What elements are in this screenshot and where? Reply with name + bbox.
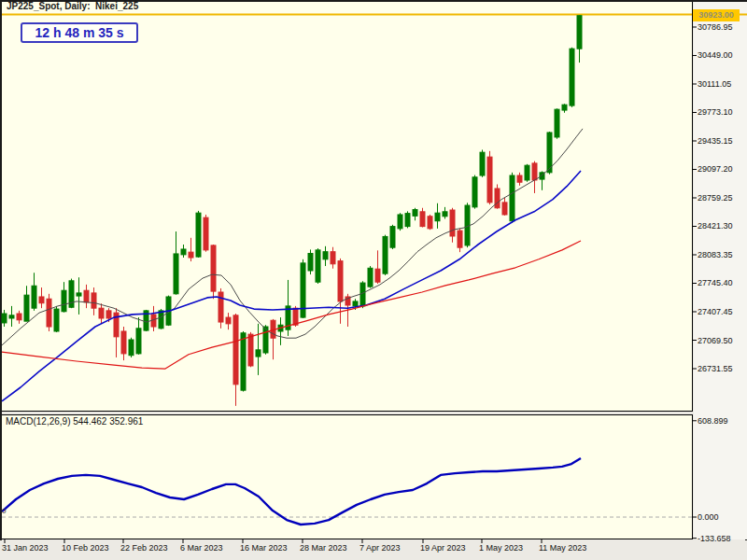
price-tick-label: 30786.95: [698, 22, 733, 32]
time-tick-label: 28 Mar 2023: [300, 543, 347, 553]
price-tick-label: 27069.50: [698, 336, 733, 345]
time-tick-label: 11 May 2023: [539, 543, 586, 553]
price-tick-label: 27745.40: [698, 278, 733, 287]
price-tick-label: 29773.10: [698, 107, 733, 117]
macd-indicator-area[interactable]: [2, 414, 693, 539]
macd-indicator-label: MACD(12,26,9) 544.462 352.961: [6, 416, 143, 427]
main-chart-area[interactable]: [2, 2, 693, 412]
macd-zero-marker: 0: [2, 507, 6, 515]
time-tick-label: 10 Feb 2023: [62, 543, 109, 553]
price-tick-label: 30449.00: [698, 50, 733, 60]
time-tick-label: 31 Jan 2023: [2, 543, 49, 553]
time-tick-label: 19 Apr 2023: [420, 543, 466, 553]
current-price-tag: 30923.00: [693, 9, 740, 21]
candle-countdown-timer: 12 h 48 m 35 s: [21, 22, 138, 43]
timer-text: 12 h 48 m 35 s: [35, 25, 124, 40]
price-tick-label: 30111.05: [698, 79, 731, 89]
macd-tick-label: -133.658: [698, 534, 731, 543]
price-tick-label: 28083.35: [698, 250, 733, 259]
price-tick-label: 27407.45: [698, 307, 733, 316]
price-tick-label: 28421.30: [698, 221, 733, 231]
time-tick-label: 7 Apr 2023: [359, 543, 401, 553]
macd-tick-label: 0.000: [698, 512, 719, 522]
price-tick-label: 26731.55: [698, 364, 733, 373]
chart-window: JP225_Spot, Daily: Nikei_225 12 h 48 m 3…: [0, 0, 747, 560]
time-tick-label: 6 Mar 2023: [180, 543, 223, 553]
time-tick-label: 22 Feb 2023: [120, 543, 168, 553]
macd-tick-label: 608.899: [698, 416, 728, 426]
chart-symbol-title: JP225_Spot, Daily: Nikei_225: [7, 1, 138, 11]
time-tick-label: 1 May 2023: [479, 543, 523, 553]
price-tick-label: 29097.20: [698, 164, 733, 174]
price-tick-label: 28759.25: [698, 193, 733, 203]
time-tick-label: 16 Mar 2023: [240, 543, 288, 553]
price-tick-label: 29435.15: [698, 136, 733, 146]
